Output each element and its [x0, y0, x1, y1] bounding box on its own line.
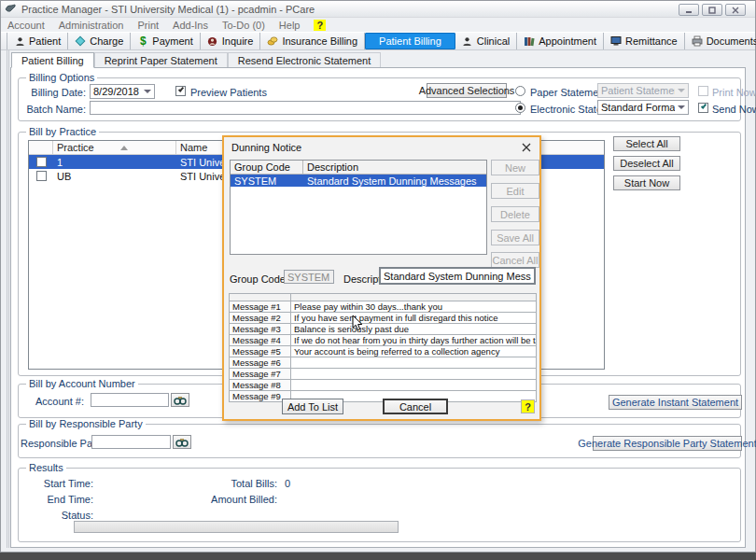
menu-account[interactable]: Account	[7, 20, 45, 31]
menu-print[interactable]: Print	[137, 20, 159, 31]
toolbar-button-clinical[interactable]: Clinical	[455, 33, 517, 49]
row-checkbox[interactable]	[36, 171, 47, 181]
generate-responsible-party-statement-button[interactable]: Generate Responsible Party Statement	[593, 436, 742, 451]
group-code-input	[284, 270, 334, 284]
select-all-button[interactable]: Select All	[613, 136, 680, 151]
chevron-down-icon	[678, 89, 685, 92]
cancel-button[interactable]: Cancel	[383, 399, 448, 414]
paper-statement-radio[interactable]	[515, 86, 525, 96]
send-now-checkbox[interactable]	[698, 103, 708, 113]
toolbar-button-payment[interactable]: $ Payment	[131, 33, 200, 49]
delete-button[interactable]: Delete	[491, 206, 539, 222]
message-row[interactable]: Message #8	[230, 380, 537, 391]
practice-cell: 1	[53, 157, 176, 168]
toolbar-button-inquire[interactable]: Inquire	[201, 33, 261, 49]
advanced-selections-button[interactable]: Advanced Selections	[427, 83, 507, 98]
close-icon	[732, 7, 739, 14]
mouse-cursor	[352, 315, 364, 332]
dunning-notice-dialog: Dunning Notice Group Code Description SY…	[222, 135, 541, 421]
group-code-label: Group Code:	[230, 273, 288, 285]
message-text[interactable]	[291, 380, 537, 391]
menu-add-ins[interactable]: Add-Ins	[173, 20, 208, 31]
header-practice-label: Practice	[57, 142, 94, 153]
toolbar-label: Charge	[90, 35, 123, 47]
message-text[interactable]: Balance is seriously past due	[291, 324, 537, 335]
description-input[interactable]	[379, 267, 536, 285]
new-button[interactable]: New	[491, 160, 539, 175]
menu-help-question-icon[interactable]: ?	[314, 20, 326, 31]
binoculars-icon	[174, 396, 187, 405]
description-column-header[interactable]: Description	[303, 161, 486, 174]
coins-icon	[267, 35, 278, 47]
group-code-cell: SYSTEM	[231, 175, 303, 187]
message-row[interactable]: Message #4If we do not hear from you in …	[230, 335, 537, 346]
billing-options-title: Billing Options	[26, 72, 97, 83]
dunning-group-header: Group Code Description	[231, 161, 486, 175]
message-label: Message #5	[230, 346, 291, 357]
row-checkbox[interactable]	[36, 157, 47, 167]
account-lookup-button[interactable]	[171, 393, 189, 407]
close-button[interactable]	[725, 4, 746, 16]
start-now-button[interactable]: Start Now	[613, 175, 680, 190]
menu-to-do[interactable]: To-Do (0)	[222, 20, 265, 31]
add-to-list-button[interactable]: Add To List	[282, 399, 343, 414]
message-text[interactable]	[291, 357, 537, 369]
responsible-party-input[interactable]	[91, 435, 171, 449]
save-all-button[interactable]: Save All	[491, 230, 539, 245]
toolbar-button-insurance-billing[interactable]: Insurance Billing	[260, 33, 365, 49]
toolbar-button-patient[interactable]: Patient	[7, 33, 68, 49]
message-row[interactable]: Message #1Please pay within 30 days...th…	[230, 301, 537, 313]
generate-instant-statement-button[interactable]: Generate Instant Statement	[609, 395, 742, 410]
toolbar-button-charge[interactable]: Charge	[68, 33, 131, 49]
edit-button[interactable]: Edit	[491, 183, 539, 199]
message-label: Message #1	[230, 301, 291, 313]
message-text[interactable]: Your account is being referred to a coll…	[291, 346, 537, 357]
send-now-label: Send Now	[712, 104, 756, 115]
maximize-button[interactable]	[702, 4, 722, 16]
menu-help[interactable]: Help	[279, 20, 301, 31]
message-text[interactable]	[291, 369, 537, 380]
message-text[interactable]: Please pay within 30 days...thank you	[291, 301, 537, 313]
message-row[interactable]: Message #5Your account is being referred…	[230, 346, 537, 357]
toolbar-button-appointment[interactable]: Appointment	[517, 33, 604, 49]
billing-date-combo[interactable]: 8/29/2018	[90, 84, 155, 99]
message-row[interactable]: Message #3Balance is seriously past due	[230, 324, 537, 335]
title-bar[interactable]: Practice Manager - STI University Medica…	[1, 1, 755, 18]
message-label: Message #3	[230, 324, 291, 335]
dock-splitter[interactable]	[7, 50, 9, 548]
message-text[interactable]: If we do not hear from you in thirty day…	[291, 335, 537, 346]
message-row[interactable]: Message #2If you have sent payment in fu…	[230, 313, 537, 324]
message-row[interactable]: Message #6	[230, 357, 537, 369]
header-practice[interactable]: Practice	[53, 141, 176, 154]
electronic-format-combo[interactable]: Standard Format	[597, 100, 689, 115]
preview-patients-checkbox[interactable]	[175, 86, 186, 96]
dialog-close-button[interactable]	[520, 141, 532, 153]
responsible-party-lookup-button[interactable]	[173, 435, 191, 449]
billing-options-group: Billing Options Billing Date: 8/29/2018 …	[18, 77, 741, 121]
dialog-help-button[interactable]: ?	[521, 399, 535, 413]
deselect-all-button[interactable]: Deselect All	[613, 156, 680, 171]
toolbar-button-documents[interactable]: Documents	[685, 33, 756, 49]
start-time-label: Start Time:	[24, 478, 93, 489]
tab-resend-electronic-statement[interactable]: Resend Electronic Statement	[228, 52, 381, 68]
menu-administration[interactable]: Administration	[59, 20, 124, 31]
message-row[interactable]: Message #7	[230, 369, 537, 380]
bill-by-responsible-title: Bill by Responsible Party	[26, 418, 146, 429]
tab-reprint-paper-statement[interactable]: Reprint Paper Statement	[94, 52, 228, 68]
batch-name-input[interactable]	[90, 101, 521, 115]
minimize-button[interactable]	[679, 4, 699, 16]
bill-by-account-title: Bill by Account Number	[26, 378, 138, 389]
dollar-icon: $	[137, 35, 148, 47]
group-code-column-header[interactable]: Group Code	[231, 161, 303, 174]
tab-patient-billing[interactable]: Patient Billing	[11, 52, 94, 68]
toolbar-button-patient-billing[interactable]: Patient Billing	[365, 33, 455, 49]
toolbar-button-remittance[interactable]: Remittance	[604, 33, 685, 49]
message-text[interactable]: If you have sent payment in full disrega…	[291, 313, 537, 324]
cancel-all-button[interactable]: Cancel All	[491, 252, 539, 268]
dunning-group-row[interactable]: SYSTEM Standard System Dunning Messages	[231, 175, 486, 187]
maximize-icon	[708, 7, 716, 14]
toolbar-label: Clinical	[477, 35, 510, 47]
electronic-statement-radio[interactable]	[515, 103, 525, 113]
toolbar-label: Documents	[707, 35, 756, 47]
account-number-input[interactable]	[91, 393, 169, 407]
